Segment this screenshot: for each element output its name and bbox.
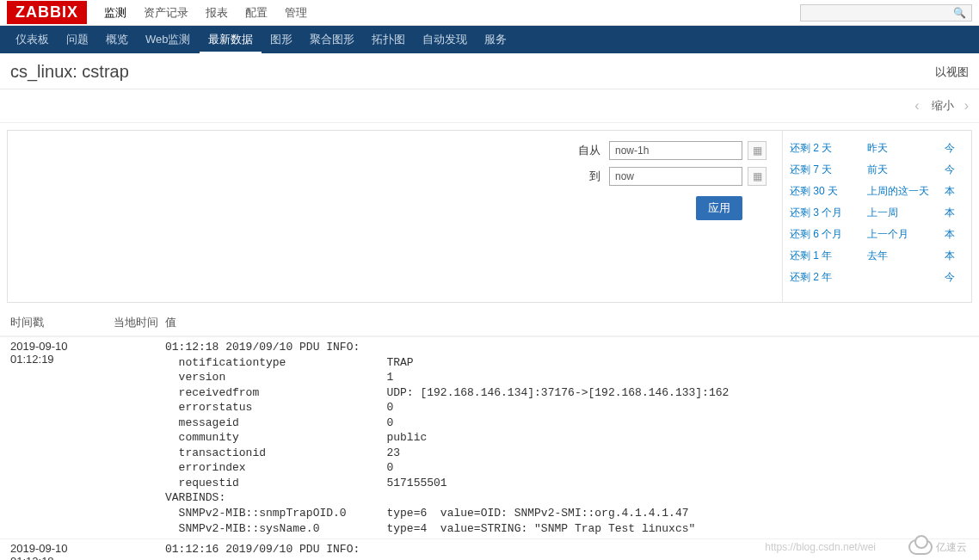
zoom-out-button[interactable]: 缩小 xyxy=(932,98,954,114)
col-timestamp: 时间戳 xyxy=(10,315,114,330)
brand-watermark-text: 亿速云 xyxy=(936,540,967,555)
time-preset-link[interactable]: 上一周 xyxy=(867,206,945,220)
page-title: cs_linux: cstrap xyxy=(10,62,129,82)
time-preset-link[interactable]: 还剩 7 天 xyxy=(790,163,867,177)
time-preset-link[interactable]: 昨天 xyxy=(867,141,945,156)
page-header: cs_linux: cstrap 以视图 xyxy=(0,53,979,89)
sub-menu-item[interactable]: 自动发现 xyxy=(414,25,476,54)
time-preset-link[interactable]: 还剩 30 天 xyxy=(790,184,867,199)
time-filter-form: 自从 ▦ 到 ▦ 应用 xyxy=(8,131,782,302)
csdn-watermark: https://blog.csdn.net/wei xyxy=(765,541,876,553)
table-row: 2019-09-10 01:12:1901:12:18 2019/09/10 P… xyxy=(0,336,979,538)
cell-timestamp: 2019-09-10 01:12:19 xyxy=(10,340,114,536)
history-table: 时间戳 当地时间 值 2019-09-10 01:12:1901:12:18 2… xyxy=(0,310,979,560)
time-preset-link[interactable]: 本 xyxy=(945,184,955,199)
from-input[interactable] xyxy=(609,141,742,160)
zoom-controls: ‹ 缩小 › xyxy=(0,89,979,123)
time-preset-link[interactable]: 今 xyxy=(945,141,955,156)
brand-watermark: 亿速云 xyxy=(908,539,967,555)
to-input[interactable] xyxy=(609,167,742,186)
view-mode-toggle[interactable]: 以视图 xyxy=(935,65,969,80)
cell-value: 01:12:18 2019/09/10 PDU INFO: notificati… xyxy=(165,340,969,536)
time-preset-link[interactable]: 还剩 3 个月 xyxy=(790,206,867,220)
time-preset-link[interactable]: 还剩 2 年 xyxy=(790,270,867,285)
time-preset-link[interactable]: 去年 xyxy=(867,249,945,263)
col-localtime: 当地时间 xyxy=(114,315,165,330)
time-preset-link[interactable]: 上周的这一天 xyxy=(867,184,945,199)
time-preset-link[interactable]: 今 xyxy=(945,163,955,177)
apply-button[interactable]: 应用 xyxy=(696,196,742,220)
sub-menu-item[interactable]: 仪表板 xyxy=(7,25,58,54)
top-menu-item[interactable]: 监测 xyxy=(95,0,135,26)
top-menu-item[interactable]: 报表 xyxy=(197,0,237,26)
sub-menu-item[interactable]: 拓扑图 xyxy=(363,25,414,54)
cloud-icon xyxy=(908,539,933,555)
top-bar: ZABBIX 监测资产记录报表配置管理 🔍 xyxy=(0,0,979,26)
sub-menu-item[interactable]: 服务 xyxy=(476,25,515,54)
cell-timestamp: 2019-09-10 01:12:18 xyxy=(10,542,114,560)
search-icon: 🔍 xyxy=(953,7,966,19)
sub-menu-item[interactable]: 问题 xyxy=(58,25,97,54)
from-label: 自从 xyxy=(578,143,600,158)
top-menu-item[interactable]: 配置 xyxy=(237,0,276,26)
zoom-prev-icon[interactable]: ‹ xyxy=(914,98,919,114)
top-menu-item[interactable]: 资产记录 xyxy=(135,0,197,26)
time-preset-link[interactable]: 本 xyxy=(945,227,955,242)
time-preset-link[interactable] xyxy=(867,270,945,285)
time-presets: 还剩 2 天昨天今还剩 7 天前天今还剩 30 天上周的这一天本还剩 3 个月上… xyxy=(782,131,971,302)
time-filter-panel: 自从 ▦ 到 ▦ 应用 还剩 2 天昨天今还剩 7 天前天今还剩 30 天上周的… xyxy=(7,130,972,303)
col-value: 值 xyxy=(165,315,969,330)
time-preset-link[interactable]: 今 xyxy=(945,270,955,285)
time-preset-link[interactable]: 还剩 6 个月 xyxy=(790,227,867,242)
time-preset-link[interactable]: 还剩 2 天 xyxy=(790,141,867,156)
main-menu: 监测资产记录报表配置管理 xyxy=(95,0,316,26)
calendar-icon[interactable]: ▦ xyxy=(748,141,767,160)
cell-localtime xyxy=(114,542,165,560)
cell-localtime xyxy=(114,340,165,536)
time-preset-link[interactable]: 前天 xyxy=(867,163,945,177)
time-preset-link[interactable]: 本 xyxy=(945,249,955,263)
app-logo: ZABBIX xyxy=(7,1,87,24)
table-header: 时间戳 当地时间 值 xyxy=(0,310,979,336)
time-preset-link[interactable]: 上一个月 xyxy=(867,227,945,242)
sub-menu-item[interactable]: Web监测 xyxy=(137,25,200,54)
to-label: 到 xyxy=(589,169,600,184)
time-preset-link[interactable]: 本 xyxy=(945,206,955,220)
time-preset-link[interactable]: 还剩 1 年 xyxy=(790,249,867,263)
search-input[interactable]: 🔍 xyxy=(800,4,972,22)
sub-menu-item[interactable]: 图形 xyxy=(262,25,301,54)
top-menu-item[interactable]: 管理 xyxy=(276,0,316,26)
sub-menu-bar: 仪表板问题概览Web监测最新数据图形聚合图形拓扑图自动发现服务 xyxy=(0,26,979,53)
zoom-next-icon[interactable]: › xyxy=(964,98,969,114)
sub-menu-item[interactable]: 聚合图形 xyxy=(301,25,363,54)
sub-menu-item[interactable]: 最新数据 xyxy=(200,25,262,54)
calendar-icon[interactable]: ▦ xyxy=(748,167,767,186)
